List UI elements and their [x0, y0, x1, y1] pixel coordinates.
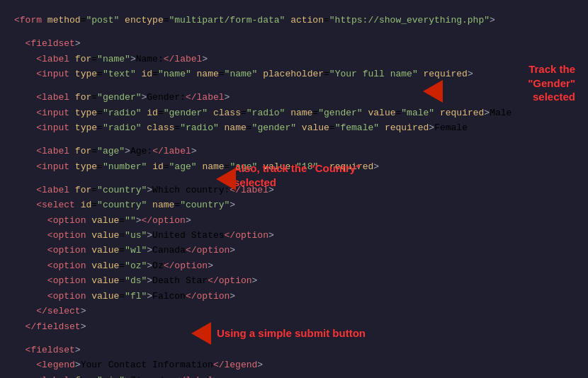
code-line-l3: <fieldset> [14, 36, 574, 51]
gender-annotation: Track the"Gender"selected [528, 62, 575, 104]
code-line-l8: <input type="radio" id="gender" class="r… [14, 105, 574, 120]
submit-annotation: Using a simple submit button [191, 322, 366, 345]
code-line-l11: <label for="age">Age:</label> [14, 144, 574, 159]
code-line-l21: <option value="fl">Falcon</option> [14, 289, 574, 304]
country-arrow [216, 168, 236, 190]
country-annotation-text: Also, track the "Country"selected [234, 161, 361, 189]
code-line-l27: <label for="zip">Zipcode:</label> [14, 373, 574, 378]
code-line-l16: <option value=""></option> [14, 213, 574, 228]
gender-annotation-text: Track the"Gender"selected [528, 62, 575, 104]
code-line-l6 [14, 81, 574, 90]
code-line-l26: <legend>Your Contact Information</legend… [14, 357, 574, 372]
code-line-l7: <label for="gender">Gender:</label> [14, 90, 574, 105]
code-line-l18: <option value="wl">Canada</option> [14, 243, 574, 258]
submit-annotation-text: Using a simple submit button [217, 326, 366, 340]
code-line-l15: <select id="country" name="country"> [14, 197, 574, 212]
code-line-l20: <option value="ds">Death Star</option> [14, 273, 574, 288]
code-line-l17: <option value="us">United States</option… [14, 228, 574, 243]
code-line-l9: <input type="radio" class="radio" name="… [14, 120, 574, 135]
code-line-l4: <label for="name">Name:</label> [14, 52, 574, 67]
code-line-l5: <input type="text" id="name" name="name"… [14, 67, 574, 81]
country-annotation: Also, track the "Country"selected [234, 161, 361, 189]
gender-arrow [423, 80, 443, 103]
code-display: <form method="post" enctype="multipart/f… [0, 0, 588, 378]
code-line-l19: <option value="oz">Oz</option> [14, 258, 574, 273]
code-line-l2 [14, 28, 574, 36]
code-line-l22: </select> [14, 304, 574, 319]
code-line-l10 [14, 135, 574, 144]
code-line-l1: <form method="post" enctype="multipart/f… [14, 13, 574, 28]
